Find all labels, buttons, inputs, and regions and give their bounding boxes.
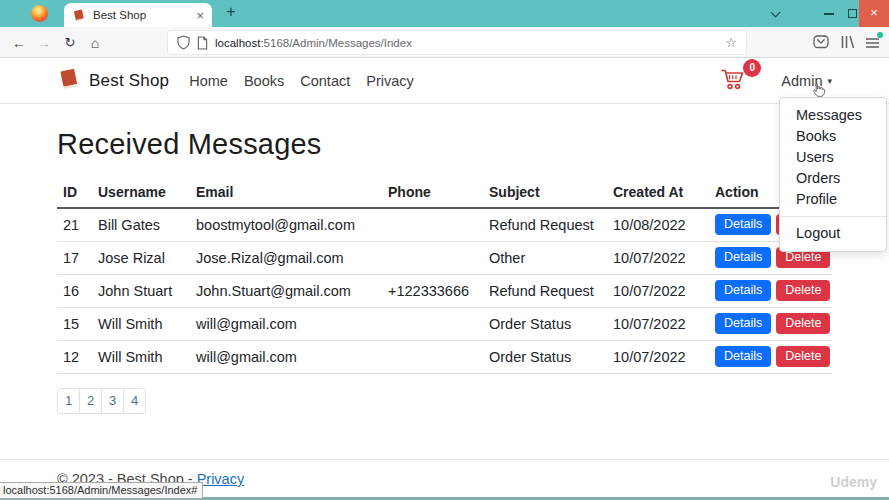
delete-button[interactable]: Delete: [776, 346, 830, 367]
cell-email: will@gmail.com: [191, 307, 383, 340]
cell-id: 21: [57, 208, 93, 241]
messages-table: ID Username Email Phone Subject Created …: [57, 177, 832, 374]
brand-logo[interactable]: Best Shop: [57, 68, 169, 93]
col-header-phone: Phone: [383, 177, 484, 208]
dropdown-item-profile[interactable]: Profile: [780, 189, 886, 210]
dropdown-item-orders[interactable]: Orders: [780, 168, 886, 189]
home-button[interactable]: ⌂: [84, 32, 106, 54]
table-header-row: ID Username Email Phone Subject Created …: [57, 177, 832, 208]
dropdown-item-messages[interactable]: Messages: [780, 105, 886, 126]
url-text[interactable]: localhost:5168/Admin/Messages/Index: [215, 37, 717, 49]
window-close-button[interactable]: ×: [859, 0, 889, 27]
col-header-created-at: Created At: [608, 177, 710, 208]
browser-status-bar: localhost:5168/Admin/Messages/Index#: [0, 482, 203, 499]
shield-icon[interactable]: [177, 35, 190, 50]
pagination-page-4[interactable]: 4: [123, 388, 146, 414]
table-row: 12 Will Smith will@gmail.com Order Statu…: [57, 340, 832, 373]
new-tab-button[interactable]: +: [221, 3, 241, 21]
cell-subject: Refund Request: [484, 274, 608, 307]
cell-username: Will Smith: [93, 340, 191, 373]
address-bar[interactable]: localhost:5168/Admin/Messages/Index ☆: [168, 31, 746, 54]
details-button[interactable]: Details: [715, 346, 771, 367]
pagination-page-2[interactable]: 2: [79, 388, 102, 414]
back-button[interactable]: ←: [8, 32, 30, 54]
cell-username: Jose Rizal: [93, 241, 191, 274]
tab-list-chevron-down-icon[interactable]: [771, 9, 779, 17]
delete-button[interactable]: Delete: [776, 280, 830, 301]
brand-name[interactable]: Best Shop: [89, 71, 169, 91]
cell-id: 15: [57, 307, 93, 340]
menu-hamburger-icon[interactable]: [865, 35, 880, 53]
cell-id: 12: [57, 340, 93, 373]
cell-subject: Order Status: [484, 340, 608, 373]
details-button[interactable]: Details: [715, 247, 771, 268]
admin-dropdown-menu: Messages Books Users Orders Profile Logo…: [779, 97, 887, 252]
window-maximize-button[interactable]: [848, 9, 857, 18]
cell-created-at: 10/07/2022: [608, 340, 710, 373]
table-row: 17 Jose Rizal Jose.Rizal@gmail.com Other…: [57, 241, 832, 274]
page-info-icon[interactable]: [197, 36, 208, 50]
cell-id: 17: [57, 241, 93, 274]
cell-username: Bill Gates: [93, 208, 191, 241]
cart-count-badge: 0: [743, 59, 761, 77]
details-button[interactable]: Details: [715, 313, 771, 334]
nav-link-privacy[interactable]: Privacy: [358, 73, 422, 89]
watermark: Udemy: [830, 474, 877, 490]
cell-username: John Stuart: [93, 274, 191, 307]
delete-button[interactable]: Delete: [776, 313, 830, 334]
table-row: 16 John Stuart John.Stuart@gmail.com +12…: [57, 274, 832, 307]
book-favicon-icon: [72, 9, 86, 22]
footer-privacy-link[interactable]: Privacy: [197, 471, 245, 487]
cell-username: Will Smith: [93, 307, 191, 340]
cell-subject: Refund Request: [484, 208, 608, 241]
tab-title: Best Shop: [93, 9, 196, 21]
pagination-page-1[interactable]: 1: [57, 388, 80, 414]
cell-phone: [383, 208, 484, 241]
dropdown-item-books[interactable]: Books: [780, 126, 886, 147]
site-navbar: Best Shop Home Books Contact Privacy 0 A…: [0, 58, 889, 104]
browser-window: Best Shop × + × ← → ↻ ⌂ localhost:5168/A…: [0, 0, 889, 500]
cell-phone: [383, 241, 484, 274]
nav-link-books[interactable]: Books: [236, 73, 292, 89]
page-title: Received Messages: [57, 128, 832, 161]
table-row: 21 Bill Gates boostmytool@gmail.com Refu…: [57, 208, 832, 241]
col-header-id: ID: [57, 177, 93, 208]
details-button[interactable]: Details: [715, 280, 771, 301]
cell-created-at: 10/07/2022: [608, 307, 710, 340]
dropdown-item-logout[interactable]: Logout: [780, 223, 886, 244]
tab-close-icon[interactable]: ×: [196, 9, 204, 22]
cell-email: will@gmail.com: [191, 340, 383, 373]
web-page: Best Shop Home Books Contact Privacy 0 A…: [0, 58, 889, 500]
browser-tab-best-shop[interactable]: Best Shop ×: [64, 3, 212, 27]
cell-created-at: 10/08/2022: [608, 208, 710, 241]
caret-down-icon: ▾: [827, 76, 832, 86]
book-logo-icon: [57, 68, 81, 93]
cell-subject: Other: [484, 241, 608, 274]
window-minimize-button[interactable]: [824, 13, 834, 15]
cell-phone: +122333666: [383, 274, 484, 307]
forward-button: →: [33, 32, 55, 54]
library-icon[interactable]: [840, 35, 856, 53]
pocket-icon[interactable]: [813, 35, 829, 53]
table-row: 15 Will Smith will@gmail.com Order Statu…: [57, 307, 832, 340]
reload-button[interactable]: ↻: [59, 32, 81, 54]
browser-toolbar: ← → ↻ ⌂ localhost:5168/Admin/Messages/In…: [0, 27, 889, 58]
cell-subject: Order Status: [484, 307, 608, 340]
cart-button[interactable]: 0: [720, 67, 747, 94]
pagination: 1 2 3 4: [57, 388, 832, 414]
cell-email: John.Stuart@gmail.com: [191, 274, 383, 307]
bookmark-star-icon[interactable]: ☆: [725, 35, 737, 50]
nav-link-contact[interactable]: Contact: [292, 73, 358, 89]
col-header-email: Email: [191, 177, 383, 208]
col-header-username: Username: [93, 177, 191, 208]
notification-dot: [877, 32, 883, 38]
pagination-page-3[interactable]: 3: [101, 388, 124, 414]
cell-created-at: 10/07/2022: [608, 274, 710, 307]
url-path: :5168/Admin/Messages/Index: [260, 37, 412, 49]
dropdown-item-users[interactable]: Users: [780, 147, 886, 168]
cell-created-at: 10/07/2022: [608, 241, 710, 274]
details-button[interactable]: Details: [715, 214, 771, 235]
nav-link-home[interactable]: Home: [181, 73, 236, 89]
url-host: localhost: [215, 37, 260, 49]
firefox-logo-icon[interactable]: [31, 5, 48, 22]
